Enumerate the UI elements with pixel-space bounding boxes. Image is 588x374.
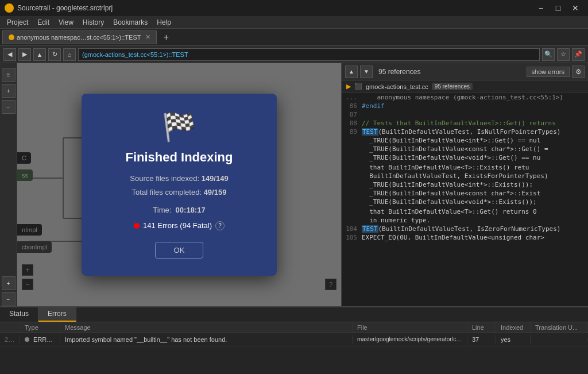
sidebar-btn-1[interactable]: ≡ [2, 68, 16, 82]
minimize-button[interactable]: − [533, 2, 549, 14]
bookmark-button[interactable]: ☆ [557, 48, 570, 61]
code-content: ... anonymous namespace (gmock-actions_t… [342, 93, 588, 306]
col-translation: Translation U... [531, 322, 588, 333]
tab-close-button[interactable]: ✕ [145, 33, 150, 41]
bottom-panel: Status Errors Type Message File Line Ind… [0, 306, 588, 374]
source-files: 149/149 [202, 174, 229, 183]
code-line-89: 89 TEST(BuiltInDefaultValueTest, IsNullF… [342, 128, 588, 136]
row-type: ERROR [20, 335, 60, 344]
left-sidebar: ≡ + − + − [0, 63, 17, 306]
modal-time: Time: 00:18:17 [153, 206, 205, 214]
row-file: master/googlemock/scripts/generator/cpp/… [353, 334, 467, 345]
modal-title: Finished Indexing [125, 150, 233, 165]
row-message: Imported symbol named "__builtin__" has … [60, 335, 353, 344]
main-tab[interactable]: anonymous namespac…st.cc<55:1>)::TEST ✕ [2, 30, 157, 44]
title-bar-left: Sourcetrail - googletest.srctrlprj [5, 3, 113, 13]
sidebar-btn-4[interactable]: + [2, 276, 16, 290]
modal-overlay: 🏁 Finished Indexing Source files indexed… [17, 63, 341, 306]
table-row: 230 ERROR Imported symbol named "__built… [0, 333, 588, 346]
code-line-95: BuiltInDefaultValueTest, ExistsForPointe… [342, 172, 588, 180]
col-file: File [353, 322, 467, 333]
row-translation [531, 338, 588, 341]
code-line-100: that BuiltInDefaultValue<T>::Get() retur… [342, 207, 588, 216]
error-table: Type Message File Line Indexed Translati… [0, 322, 588, 374]
tab-status[interactable]: Status [0, 307, 38, 322]
file-label: gmock-actions_test.cc [366, 83, 428, 90]
nav-toolbar: ◀ ▶ ▲ ↻ ⌂ (gmock-actions_test.cc<55:1>):… [0, 46, 588, 63]
time-value: 00:18:17 [176, 206, 206, 214]
maximize-button[interactable]: □ [550, 2, 566, 14]
nav-home-button[interactable]: ⌂ [63, 48, 76, 61]
table-header: Type Message File Line Indexed Translati… [0, 322, 588, 333]
pin-button[interactable]: 📌 [572, 48, 585, 61]
nav-forward-button[interactable]: ▶ [18, 48, 31, 61]
error-type: ERROR [33, 336, 56, 343]
title-bar: Sourcetrail - googletest.srctrlprj − □ ✕ [0, 0, 588, 16]
col-num [0, 322, 20, 333]
code-line-91: _TRUE(BuiltInDefaultValue<const char*>::… [342, 145, 588, 153]
menu-help[interactable]: Help [152, 17, 176, 28]
sidebar-btn-2[interactable]: + [2, 84, 16, 98]
file-path: master/googlemock/scripts/generator/cpp/… [357, 336, 467, 342]
menu-history[interactable]: History [78, 17, 109, 28]
row-line: 37 [467, 335, 496, 344]
col-line: Line [467, 322, 496, 333]
settings-icon[interactable]: ⚙ [572, 65, 585, 78]
menu-project[interactable]: Project [2, 17, 33, 28]
sidebar-btn-5[interactable]: − [2, 292, 16, 306]
col-message: Message [60, 322, 353, 333]
code-line-97: _TRUE(BuiltInDefaultValue<const char*>::… [342, 189, 588, 198]
modal-stats: Source files indexed: 149/149 Total file… [130, 172, 228, 199]
menu-bar: Project Edit View History Bookmarks Help [0, 16, 588, 29]
modal-error-text: 141 Errors (94 Fatal) [143, 221, 212, 230]
code-toolbar: ▲ ▼ 95 references show errors ⚙ [342, 63, 588, 80]
modal-error-dot [134, 223, 140, 229]
code-file-header: ▶ ⬛ gmock-actions_test.cc 95 references [342, 80, 588, 93]
menu-bookmarks[interactable]: Bookmarks [109, 17, 152, 28]
code-line-96: _TRUE(BuiltInDefaultValue<int*>::Exists(… [342, 180, 588, 189]
menu-edit[interactable]: Edit [33, 17, 54, 28]
search-value: (gmock-actions_test.cc<55:1>)::TEST [82, 51, 188, 58]
code-line-86: 86 #endif [342, 102, 588, 110]
nav-up-button[interactable]: ▲ [33, 48, 46, 61]
show-errors-button[interactable]: show errors [527, 67, 570, 77]
app-logo [5, 3, 14, 13]
code-panel: ▲ ▼ 95 references show errors ⚙ ▶ ⬛ gmoc… [341, 63, 588, 306]
tab-dot [9, 34, 14, 40]
file-refs: 95 references [432, 83, 473, 90]
tab-errors[interactable]: Errors [38, 307, 76, 322]
source-label: Source files indexed: [130, 174, 199, 183]
code-line-92: _TRUE(BuiltInDefaultValue<void*>::Get() … [342, 153, 588, 162]
total-files: 49/159 [204, 188, 227, 196]
code-line-101: in numeric type. [342, 216, 588, 225]
code-line-98: _TRUE(BuiltInDefaultValue<void*>::Exists… [342, 198, 588, 206]
modal-info-icon: ? [215, 221, 225, 230]
tab-add-button[interactable]: + [159, 30, 173, 44]
code-prev-button[interactable]: ▲ [345, 65, 358, 78]
nav-search-bar[interactable]: (gmock-actions_test.cc<55:1>)::TEST [78, 48, 540, 61]
error-dot [25, 337, 29, 342]
graph-panel: MyNonDefaultConstructible 2 🌐 PUBLIC MyN… [17, 63, 341, 306]
tab-label: anonymous namespac…st.cc<55:1>)::TEST [17, 34, 141, 41]
sidebar-btn-3[interactable]: − [2, 100, 16, 114]
time-label: Time: [153, 206, 171, 214]
col-type: Type [20, 322, 60, 333]
checkered-flag-icon: 🏁 [162, 111, 196, 143]
search-button[interactable]: 🔍 [542, 48, 555, 61]
code-line-90: _TRUE(BuiltInDefaultValue<int*>::Get() =… [342, 136, 588, 145]
code-next-button[interactable]: ▼ [360, 65, 373, 78]
title-bar-controls: − □ ✕ [533, 2, 583, 14]
app-title: Sourcetrail - googletest.srctrlprj [17, 4, 113, 12]
menu-view[interactable]: View [54, 17, 78, 28]
total-label: Total files completed: [132, 188, 202, 196]
code-line-87: 87 [342, 110, 588, 119]
modal-ok-button[interactable]: OK [155, 242, 204, 259]
modal-errors: 141 Errors (94 Fatal) ? [134, 221, 225, 230]
file-icon: ▶ [346, 83, 351, 90]
nav-back-button[interactable]: ◀ [3, 48, 16, 61]
code-line-105: 105 EXPECT_EQ(0U, BuiltInDefaultValue<un… [342, 233, 588, 242]
ref-count: 95 references [378, 68, 420, 76]
close-button[interactable]: ✕ [567, 2, 583, 14]
nav-refresh-button[interactable]: ↻ [48, 48, 61, 61]
code-line-88: 88 // Tests that BuiltInDefaultValue<T>:… [342, 119, 588, 128]
